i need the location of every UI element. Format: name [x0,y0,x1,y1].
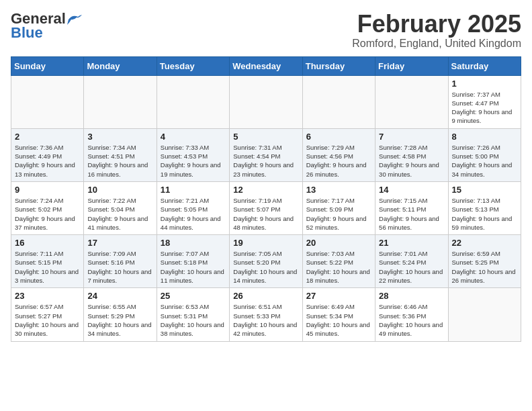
calendar: SundayMondayTuesdayWednesdayThursdayFrid… [11,56,521,342]
day-info: Sunrise: 7:09 AM Sunset: 5:16 PM Dayligh… [87,249,152,285]
calendar-cell: 28Sunrise: 6:46 AM Sunset: 5:36 PM Dayli… [375,288,448,341]
day-info: Sunrise: 6:55 AM Sunset: 5:29 PM Dayligh… [87,302,152,338]
calendar-cell: 7Sunrise: 7:28 AM Sunset: 4:58 PM Daylig… [375,128,448,181]
day-info: Sunrise: 7:07 AM Sunset: 5:18 PM Dayligh… [161,249,226,285]
calendar-cell: 8Sunrise: 7:26 AM Sunset: 5:00 PM Daylig… [448,128,521,181]
calendar-cell: 24Sunrise: 6:55 AM Sunset: 5:29 PM Dayli… [84,288,157,341]
calendar-cell: 16Sunrise: 7:11 AM Sunset: 5:15 PM Dayli… [11,235,84,288]
weekday-header: Sunday [11,56,84,75]
calendar-cell: 25Sunrise: 6:53 AM Sunset: 5:31 PM Dayli… [157,288,229,341]
header: General Blue February 2025 Romford, Engl… [11,11,521,50]
logo-bird-icon [67,14,82,25]
day-number: 25 [161,291,226,301]
calendar-cell: 5Sunrise: 7:31 AM Sunset: 4:54 PM Daylig… [230,128,302,181]
day-number: 12 [233,185,298,195]
weekday-header: Thursday [302,56,375,75]
day-number: 26 [233,291,298,301]
calendar-cell: 21Sunrise: 7:01 AM Sunset: 5:24 PM Dayli… [375,235,448,288]
day-number: 18 [161,238,226,248]
day-info: Sunrise: 6:57 AM Sunset: 5:27 PM Dayligh… [15,302,80,338]
day-number: 8 [452,132,517,142]
day-number: 23 [15,291,80,301]
day-number: 7 [379,132,444,142]
day-info: Sunrise: 7:26 AM Sunset: 5:00 PM Dayligh… [452,143,517,179]
calendar-cell: 2Sunrise: 7:36 AM Sunset: 4:49 PM Daylig… [11,128,84,181]
calendar-cell: 19Sunrise: 7:05 AM Sunset: 5:20 PM Dayli… [230,235,302,288]
month-title: February 2025 [352,11,521,38]
day-info: Sunrise: 7:36 AM Sunset: 4:49 PM Dayligh… [15,143,80,179]
subtitle: Romford, England, United Kingdom [352,38,521,50]
day-info: Sunrise: 7:13 AM Sunset: 5:13 PM Dayligh… [452,196,517,232]
day-info: Sunrise: 7:11 AM Sunset: 5:15 PM Dayligh… [15,249,80,285]
day-info: Sunrise: 7:01 AM Sunset: 5:24 PM Dayligh… [379,249,444,285]
day-number: 13 [306,185,371,195]
calendar-cell: 11Sunrise: 7:21 AM Sunset: 5:05 PM Dayli… [157,181,229,234]
day-info: Sunrise: 6:51 AM Sunset: 5:33 PM Dayligh… [233,302,298,338]
calendar-cell: 27Sunrise: 6:49 AM Sunset: 5:34 PM Dayli… [302,288,375,341]
calendar-week-row: 2Sunrise: 7:36 AM Sunset: 4:49 PM Daylig… [11,128,521,181]
calendar-cell [230,75,302,128]
calendar-cell: 6Sunrise: 7:29 AM Sunset: 4:56 PM Daylig… [302,128,375,181]
calendar-cell: 1Sunrise: 7:37 AM Sunset: 4:47 PM Daylig… [448,75,521,128]
day-number: 15 [452,185,517,195]
weekday-header: Saturday [448,56,521,75]
weekday-header: Tuesday [157,56,229,75]
day-number: 5 [233,132,298,142]
calendar-week-row: 1Sunrise: 7:37 AM Sunset: 4:47 PM Daylig… [11,75,521,128]
calendar-cell: 17Sunrise: 7:09 AM Sunset: 5:16 PM Dayli… [84,235,157,288]
day-info: Sunrise: 7:29 AM Sunset: 4:56 PM Dayligh… [306,143,371,179]
calendar-cell: 3Sunrise: 7:34 AM Sunset: 4:51 PM Daylig… [84,128,157,181]
day-info: Sunrise: 6:49 AM Sunset: 5:34 PM Dayligh… [306,302,371,338]
day-info: Sunrise: 7:22 AM Sunset: 5:04 PM Dayligh… [87,196,152,232]
calendar-cell: 4Sunrise: 7:33 AM Sunset: 4:53 PM Daylig… [157,128,229,181]
day-info: Sunrise: 7:33 AM Sunset: 4:53 PM Dayligh… [161,143,226,179]
logo-blue-text: Blue [11,24,43,42]
day-info: Sunrise: 7:03 AM Sunset: 5:22 PM Dayligh… [306,249,371,285]
day-number: 19 [233,238,298,248]
day-number: 21 [379,238,444,248]
day-info: Sunrise: 7:05 AM Sunset: 5:20 PM Dayligh… [233,249,298,285]
day-info: Sunrise: 7:34 AM Sunset: 4:51 PM Dayligh… [87,143,152,179]
calendar-header-row: SundayMondayTuesdayWednesdayThursdayFrid… [11,56,521,75]
calendar-cell [375,75,448,128]
day-info: Sunrise: 6:46 AM Sunset: 5:36 PM Dayligh… [379,302,444,338]
day-info: Sunrise: 7:24 AM Sunset: 5:02 PM Dayligh… [15,196,80,232]
calendar-cell: 13Sunrise: 7:17 AM Sunset: 5:09 PM Dayli… [302,181,375,234]
day-info: Sunrise: 7:17 AM Sunset: 5:09 PM Dayligh… [306,196,371,232]
day-number: 11 [161,185,226,195]
day-number: 2 [15,132,80,142]
calendar-cell [11,75,84,128]
calendar-cell [302,75,375,128]
calendar-cell: 15Sunrise: 7:13 AM Sunset: 5:13 PM Dayli… [448,181,521,234]
day-number: 20 [306,238,371,248]
day-info: Sunrise: 7:28 AM Sunset: 4:58 PM Dayligh… [379,143,444,179]
logo: General Blue [11,11,82,42]
calendar-cell [448,288,521,341]
calendar-cell: 22Sunrise: 6:59 AM Sunset: 5:25 PM Dayli… [448,235,521,288]
calendar-cell: 18Sunrise: 7:07 AM Sunset: 5:18 PM Dayli… [157,235,229,288]
day-info: Sunrise: 6:59 AM Sunset: 5:25 PM Dayligh… [452,249,517,285]
day-info: Sunrise: 7:31 AM Sunset: 4:54 PM Dayligh… [233,143,298,179]
calendar-cell: 10Sunrise: 7:22 AM Sunset: 5:04 PM Dayli… [84,181,157,234]
calendar-cell: 23Sunrise: 6:57 AM Sunset: 5:27 PM Dayli… [11,288,84,341]
day-info: Sunrise: 7:15 AM Sunset: 5:11 PM Dayligh… [379,196,444,232]
day-number: 1 [452,79,517,89]
calendar-week-row: 23Sunrise: 6:57 AM Sunset: 5:27 PM Dayli… [11,288,521,341]
day-info: Sunrise: 6:53 AM Sunset: 5:31 PM Dayligh… [161,302,226,338]
day-number: 9 [15,185,80,195]
day-number: 4 [161,132,226,142]
title-area: February 2025 Romford, England, United K… [352,11,521,50]
calendar-week-row: 16Sunrise: 7:11 AM Sunset: 5:15 PM Dayli… [11,235,521,288]
day-number: 14 [379,185,444,195]
day-number: 24 [87,291,152,301]
day-number: 17 [87,238,152,248]
weekday-header: Wednesday [230,56,302,75]
day-info: Sunrise: 7:19 AM Sunset: 5:07 PM Dayligh… [233,196,298,232]
day-number: 16 [15,238,80,248]
calendar-cell [84,75,157,128]
calendar-cell: 9Sunrise: 7:24 AM Sunset: 5:02 PM Daylig… [11,181,84,234]
day-number: 6 [306,132,371,142]
day-number: 3 [87,132,152,142]
weekday-header: Monday [84,56,157,75]
calendar-cell: 26Sunrise: 6:51 AM Sunset: 5:33 PM Dayli… [230,288,302,341]
